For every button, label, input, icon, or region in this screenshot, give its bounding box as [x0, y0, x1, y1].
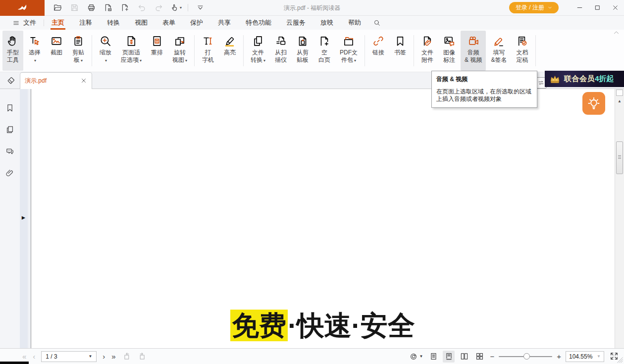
remove-page-button[interactable] — [102, 2, 115, 14]
ribbon-button-label: 页面适 — [122, 49, 140, 56]
membership-promo-banner[interactable]: 联合会员 4折起 — [545, 71, 624, 87]
rotate-view-button[interactable]: ▼ — [409, 352, 423, 361]
ribbon-blank-page-button[interactable]: 空白页 — [314, 31, 335, 71]
scrollbar-top-button[interactable] — [616, 90, 623, 96]
last-page-button[interactable]: » — [111, 353, 116, 360]
page-number-input[interactable]: 1 / 3 ▼ — [41, 351, 97, 362]
page-single-icon — [429, 352, 438, 361]
ribbon-fill-sign-button[interactable]: 填写&签名 — [487, 31, 511, 71]
vertical-scrollbar[interactable]: ▲ — [615, 89, 624, 348]
ribbon-link-button[interactable]: 链接 — [368, 31, 389, 71]
document-tab[interactable]: 演示.pdf — [20, 72, 92, 89]
sidebar-bookmarks-panel-button[interactable] — [2, 100, 18, 116]
resize-grip[interactable] — [617, 357, 624, 364]
maximize-button[interactable] — [588, 0, 606, 16]
view-mode-facing-button[interactable] — [458, 351, 470, 363]
ribbon-bookmark-button[interactable]: 书签 — [390, 31, 411, 71]
view-mode-continuous-button[interactable] — [443, 351, 455, 363]
next-view-button[interactable] — [137, 352, 147, 362]
zoom-slider-knob[interactable] — [523, 353, 530, 360]
menu-item-cloud[interactable]: 云服务 — [279, 16, 313, 30]
minimize-button[interactable] — [571, 0, 588, 16]
close-button[interactable] — [606, 0, 624, 16]
login-button[interactable]: 登录 / 注册 — [509, 2, 559, 13]
more-tools-button[interactable] — [194, 2, 207, 14]
ribbon-pdf-portfolio-button[interactable]: PDF文件包▾ — [336, 31, 362, 71]
from-clipboard-icon — [296, 35, 309, 47]
menu-item-form[interactable]: 表单 — [155, 16, 183, 30]
ribbon-from-scanner-button[interactable]: 从扫描仪 — [270, 31, 291, 71]
zoom-level-input[interactable]: 104.55% ▼ — [566, 351, 604, 362]
menu-item-share[interactable]: 共享 — [210, 16, 238, 30]
ribbon-rotate-view-button[interactable]: 旋转视图▾ — [168, 31, 191, 71]
zoom-magnifier-icon — [99, 35, 112, 47]
menu-item-file[interactable]: 文件 — [5, 16, 44, 30]
ribbon-from-clipboard-button[interactable]: 从剪贴板 — [292, 31, 313, 71]
ribbon-button-label: 空 — [321, 49, 327, 56]
menu-item-comment[interactable]: 注释 — [72, 16, 100, 30]
view-mode-single-page-button[interactable] — [427, 351, 439, 363]
print-button[interactable] — [85, 2, 98, 14]
hamburger-icon — [12, 19, 20, 27]
next-page-button[interactable]: › — [102, 353, 105, 360]
hand-gesture-button[interactable]: ▾ — [169, 2, 182, 14]
ribbon-button-label: 视图▾ — [172, 56, 187, 64]
ribbon-button-label: 件包▾ — [341, 56, 356, 64]
ribbon-audio-video-button[interactable]: 音频& 视频 — [461, 31, 486, 71]
previous-page-button[interactable]: ‹ — [32, 353, 36, 360]
collapse-ribbon-button[interactable] — [612, 29, 620, 37]
ribbon-highlight-button[interactable]: 高亮 — [219, 31, 240, 71]
menu-item-view[interactable]: 视图 — [127, 16, 155, 30]
edit-tools-button[interactable] — [6, 76, 16, 86]
search-button[interactable] — [368, 16, 385, 30]
ribbon-group-separator — [414, 35, 414, 66]
ribbon-snapshot-button[interactable]: 截图 — [46, 31, 67, 71]
zoom-slider[interactable] — [499, 356, 552, 357]
zoom-out-button[interactable]: − — [490, 353, 494, 360]
ribbon-doc-finalize-button[interactable]: 文档定稿 — [512, 31, 532, 71]
previous-view-button[interactable] — [122, 352, 132, 362]
previous-view-icon — [122, 352, 132, 362]
tab-close-button[interactable] — [80, 78, 87, 85]
menu-item-home[interactable]: 主页 — [44, 16, 72, 30]
sidebar-attachments-panel-button[interactable] — [2, 165, 18, 181]
save-button[interactable] — [68, 2, 81, 14]
ribbon-file-attachment-button[interactable]: 文件附件 — [417, 31, 438, 71]
ribbon-image-annotation-button[interactable]: 图像标注 — [439, 31, 460, 71]
ribbon-reflow-button[interactable]: 重排 — [147, 31, 167, 71]
redo-button[interactable] — [152, 2, 165, 14]
menu-item-present[interactable]: 放映 — [313, 16, 341, 30]
open-file-button[interactable] — [51, 2, 64, 14]
ribbon-button-label: 图像 — [443, 49, 455, 56]
add-page-button[interactable] — [118, 2, 132, 14]
first-page-button[interactable]: « — [22, 353, 27, 360]
zoom-in-button[interactable]: + — [557, 353, 561, 360]
typewriter-icon — [202, 35, 214, 47]
attachments-panel-icon — [5, 168, 15, 178]
view-mode-continuous-facing-button[interactable] — [473, 351, 485, 363]
file-attachment-icon — [421, 35, 434, 47]
ribbon-fit-options-button[interactable]: 页面适应选项▾ — [117, 31, 146, 71]
sidebar-comments-panel-button[interactable] — [2, 143, 18, 159]
audio-video-icon — [467, 35, 480, 47]
ribbon-select-button[interactable]: 选择▾ — [24, 31, 45, 71]
menu-item-convert[interactable]: 转换 — [100, 16, 127, 30]
ribbon-clipboard-button[interactable]: 剪贴板▾ — [68, 31, 89, 71]
menu-item-help[interactable]: 帮助 — [341, 16, 368, 30]
banner-text: 联合会员 — [564, 74, 595, 84]
menu-item-protect[interactable]: 保护 — [183, 16, 210, 30]
sidebar-pages-panel-button[interactable] — [2, 122, 18, 137]
scroll-up-arrow[interactable]: ▲ — [617, 99, 622, 103]
scrollbar-thumb[interactable] — [616, 141, 623, 174]
ribbon-hand-tool-button[interactable]: 手型工具 — [2, 31, 23, 71]
undo-button[interactable] — [135, 2, 149, 14]
reflow-icon — [151, 35, 163, 47]
assistant-tip-button[interactable] — [582, 92, 605, 115]
ribbon-file-convert-button[interactable]: 文件转换▾ — [247, 31, 269, 71]
menu-item-features[interactable]: 特色功能 — [238, 16, 279, 30]
expand-panel-button[interactable]: ► — [20, 214, 27, 222]
ribbon-typewriter-button[interactable]: 打字机 — [198, 31, 218, 71]
rotate-view-icon — [173, 35, 186, 47]
highlighter-icon — [223, 35, 236, 47]
ribbon-zoom-button[interactable]: 缩放▾ — [95, 31, 116, 71]
